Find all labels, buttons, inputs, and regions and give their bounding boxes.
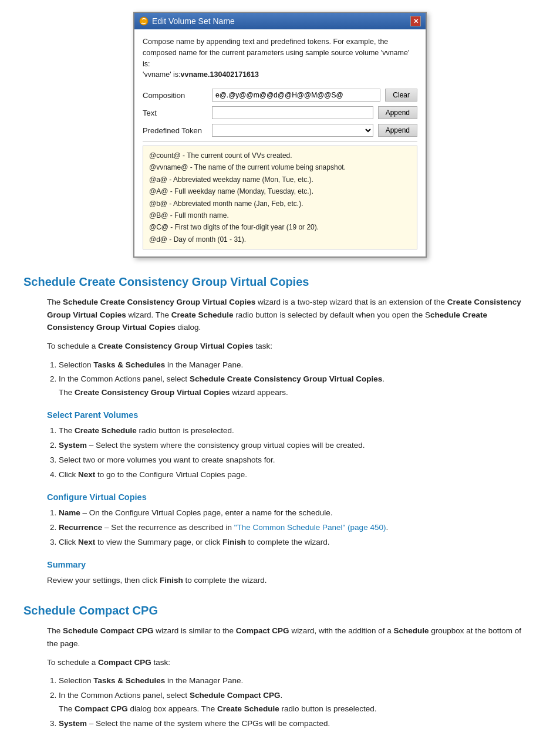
dialog-description: Compose name by appending text and prede… xyxy=(143,36,417,80)
configure-vc-step2: Recurrence – Set the recurrence as descr… xyxy=(59,521,525,535)
predefined-row: Predefined Token Append xyxy=(143,124,417,137)
tooltip-line-4: @b@ - Abbreviated month name (Jan, Feb, … xyxy=(149,198,411,210)
section2-step2: In the Common Actions panel, select Sche… xyxy=(59,689,525,716)
section1-intro: The Schedule Create Consistency Group Vi… xyxy=(47,296,525,334)
edit-volume-dialog: Edit Volume Set Name ✕ Compose name by a… xyxy=(133,12,427,258)
tooltip-line-2: @a@ - Abbreviated weekday name (Mon, Tue… xyxy=(149,174,411,185)
predefined-select[interactable] xyxy=(212,124,373,137)
dialog-titlebar-left: Edit Volume Set Name xyxy=(139,16,235,26)
section1-bold1: Schedule Create Consistency Group Virtua… xyxy=(63,298,255,306)
tooltip-line-3: @A@ - Full weekday name (Monday, Tuesday… xyxy=(149,185,411,197)
section1-task-bold: Create Consistency Group Virtual Copies xyxy=(98,342,254,350)
section2-bold2: Compact CPG xyxy=(236,626,289,635)
section1-task-intro: To schedule a Create Consistency Group V… xyxy=(47,340,525,353)
select-parent-step2: System – Select the system where the con… xyxy=(59,439,525,453)
composition-input[interactable] xyxy=(212,89,380,102)
section1-step1: Selection Tasks & Schedules in the Manag… xyxy=(59,359,525,372)
tooltip-line-6: @C@ - First two digits of the four-digit… xyxy=(149,221,411,233)
dialog-wrapper: Edit Volume Set Name ✕ Compose name by a… xyxy=(23,12,537,258)
section2-task-intro: To schedule a Compact CPG task: xyxy=(47,656,525,669)
section2-bold3: Schedule xyxy=(393,626,429,635)
predefined-label: Predefined Token xyxy=(143,126,207,135)
text-append-button[interactable]: Append xyxy=(378,106,417,119)
section2-steps: Selection Tasks & Schedules in the Manag… xyxy=(59,674,525,731)
text-row: Text Append xyxy=(143,106,417,119)
summary-text: Review your settings, then click Finish … xyxy=(47,574,525,587)
section2-heading: Schedule Compact CPG xyxy=(23,604,537,617)
tooltip-line-5: @B@ - Full month name. xyxy=(149,210,411,221)
section1-steps: Selection Tasks & Schedules in the Manag… xyxy=(59,359,525,400)
section1-heading: Schedule Create Consistency Group Virtua… xyxy=(23,275,537,289)
composition-label: Composition xyxy=(143,91,207,100)
summary-heading: Summary xyxy=(47,560,525,569)
section2-bold1: Schedule Compact CPG xyxy=(63,626,154,635)
section2-step1: Selection Tasks & Schedules in the Manag… xyxy=(59,674,525,688)
text-input[interactable] xyxy=(212,106,373,119)
select-parent-steps: The Create Schedule radio button is pres… xyxy=(59,424,525,482)
section1-step2: In the Common Actions panel, select Sche… xyxy=(59,373,525,400)
tooltip-box: @count@ - The current count of VVs creat… xyxy=(143,146,417,249)
predefined-append-button[interactable]: Append xyxy=(378,124,417,137)
dialog-titlebar: Edit Volume Set Name ✕ xyxy=(134,13,426,29)
configure-vc-steps: Name – On the Configure Virtual Copies p… xyxy=(59,507,525,549)
recurrence-link[interactable]: "The Common Schedule Panel" (page 450) xyxy=(234,523,386,532)
tooltip-line-1: @vvname@ - The name of the current volum… xyxy=(149,161,411,173)
configure-vc-heading: Configure Virtual Copies xyxy=(47,492,525,502)
section2-step3: System – Select the name of the system w… xyxy=(59,717,525,731)
dialog-title: Edit Volume Set Name xyxy=(152,16,235,26)
section1-step2-sub: The Create Consistency Group Virtual Cop… xyxy=(59,388,288,397)
tooltip-line-7: @d@ - Day of month (01 - 31). xyxy=(149,234,411,245)
section1-bold3: Create Schedule xyxy=(171,310,234,319)
section2-body: The Schedule Compact CPG wizard is simil… xyxy=(47,625,525,731)
section1-body: The Schedule Create Consistency Group Vi… xyxy=(47,296,525,586)
select-parent-step1: The Create Schedule radio button is pres… xyxy=(59,424,525,438)
select-parent-step3: Select two or more volumes you want to c… xyxy=(59,454,525,467)
dialog-body: Compose name by appending text and prede… xyxy=(134,29,426,256)
composition-row: Composition Clear xyxy=(143,89,417,102)
configure-vc-step1: Name – On the Configure Virtual Copies p… xyxy=(59,507,525,520)
dialog-example: 'vvname' is:vvname.130402171613 xyxy=(143,70,259,79)
dialog-divider xyxy=(143,141,417,142)
select-parent-heading: Select Parent Volumes xyxy=(47,410,525,420)
edit-icon xyxy=(139,16,149,26)
text-label: Text xyxy=(143,109,207,117)
configure-vc-step3: Click Next to view the Summary page, or … xyxy=(59,536,525,549)
select-parent-step4: Click Next to go to the Configure Virtua… xyxy=(59,468,525,482)
tooltip-line-0: @count@ - The current count of VVs creat… xyxy=(149,150,411,161)
section2-step2-sub: The Compact CPG dialog box appears. The … xyxy=(59,704,377,713)
dialog-close-button[interactable]: ✕ xyxy=(410,16,421,26)
section2-intro: The Schedule Compact CPG wizard is simil… xyxy=(47,625,525,650)
clear-button[interactable]: Clear xyxy=(385,89,417,102)
